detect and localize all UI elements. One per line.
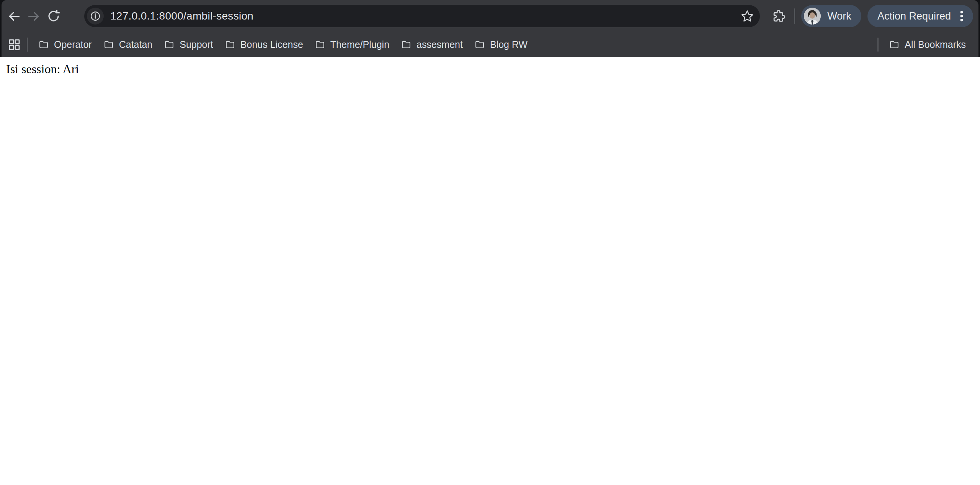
site-info-icon xyxy=(90,10,101,22)
url-text[interactable]: 127.0.0.1:8000/ambil-session xyxy=(110,10,253,22)
folder-icon xyxy=(103,39,114,50)
browser-toolbar: 127.0.0.1:8000/ambil-session xyxy=(2,0,978,32)
bookmark-star-icon xyxy=(740,9,754,23)
avatar xyxy=(804,8,821,25)
profile-name: Work xyxy=(827,10,851,22)
bookmark-folder-support[interactable]: Support xyxy=(158,36,219,53)
back-button[interactable] xyxy=(4,5,24,27)
window-frame: 127.0.0.1:8000/ambil-session xyxy=(0,0,980,57)
bookmark-label: Catatan xyxy=(119,39,153,50)
bookmark-folder-theme-plugin[interactable]: Theme/Plugin xyxy=(309,36,395,53)
profile-chip[interactable]: Work xyxy=(801,5,861,27)
extensions-button[interactable] xyxy=(768,6,788,26)
apps-grid-icon xyxy=(8,38,21,51)
forward-icon xyxy=(27,9,41,23)
address-bar[interactable]: 127.0.0.1:8000/ambil-session xyxy=(84,5,760,27)
folder-icon xyxy=(38,39,49,50)
reload-button[interactable] xyxy=(44,5,64,27)
bookmark-page-button[interactable] xyxy=(738,7,756,25)
all-bookmarks-label: All Bookmarks xyxy=(905,39,966,50)
more-vert-icon[interactable] xyxy=(955,9,969,23)
action-required-label: Action Required xyxy=(877,10,951,22)
back-icon xyxy=(7,9,21,23)
apps-button[interactable] xyxy=(6,36,22,52)
folder-icon xyxy=(474,39,485,50)
reload-icon xyxy=(47,9,60,23)
toolbar-divider xyxy=(794,8,795,24)
bookmark-label: Operator xyxy=(54,39,92,50)
bookmark-label: Blog RW xyxy=(490,39,528,50)
bookmarks-divider-right xyxy=(877,38,879,52)
browser-window: 127.0.0.1:8000/ambil-session xyxy=(0,0,980,485)
session-text: Isi session: Ari xyxy=(6,62,974,76)
bookmark-label: Bonus License xyxy=(240,39,303,50)
all-bookmarks-folder-icon xyxy=(889,39,900,50)
bookmark-folder-assesment[interactable]: assesment xyxy=(395,36,469,53)
extensions-puzzle-icon xyxy=(771,9,786,23)
folder-icon xyxy=(225,39,235,50)
bookmark-label: assesment xyxy=(416,39,463,50)
bookmark-folder-blog-rw[interactable]: Blog RW xyxy=(469,36,533,53)
bookmarks-bar: Operator Catatan Support Bonus License T… xyxy=(2,32,978,57)
folder-icon xyxy=(315,39,325,50)
bookmarks-divider xyxy=(27,38,28,52)
bookmark-label: Support xyxy=(180,39,213,50)
folder-icon xyxy=(401,39,412,50)
bookmark-folder-catatan[interactable]: Catatan xyxy=(98,36,158,53)
bookmark-label: Theme/Plugin xyxy=(330,39,389,50)
bookmark-folder-bonus-license[interactable]: Bonus License xyxy=(219,36,309,53)
site-info-button[interactable] xyxy=(87,8,104,25)
browser-chrome: 127.0.0.1:8000/ambil-session xyxy=(2,0,978,57)
page-content: Isi session: Ari xyxy=(0,57,980,485)
all-bookmarks-button[interactable]: All Bookmarks xyxy=(883,36,972,53)
folder-icon xyxy=(164,39,175,50)
forward-button[interactable] xyxy=(24,5,44,27)
bookmark-folder-operator[interactable]: Operator xyxy=(33,36,98,53)
action-required-button[interactable]: Action Required xyxy=(867,5,973,27)
